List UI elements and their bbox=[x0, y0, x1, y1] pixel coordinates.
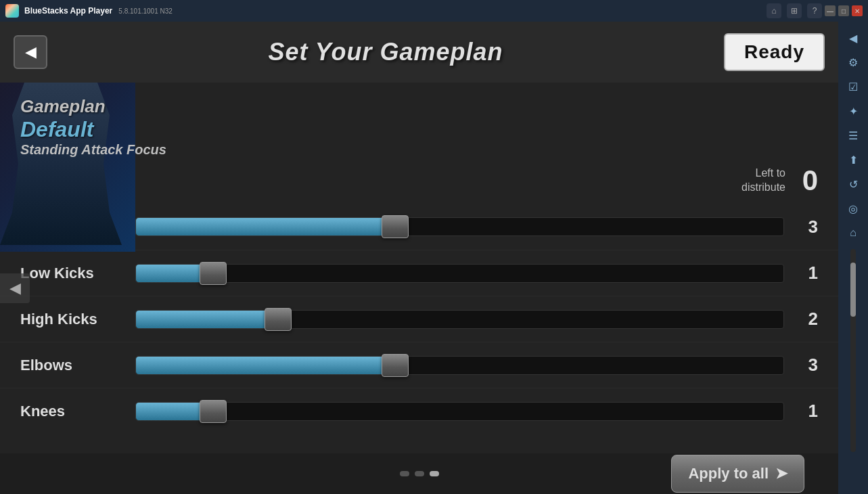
slider-thumb-0[interactable] bbox=[382, 215, 409, 238]
slider-value-2: 2 bbox=[798, 309, 818, 330]
ready-button[interactable]: Ready bbox=[724, 33, 825, 71]
page-dot-2[interactable] bbox=[430, 471, 439, 476]
slider-track-container-1[interactable] bbox=[135, 261, 784, 286]
help-icon[interactable]: ? bbox=[807, 3, 822, 18]
slider-track-2 bbox=[135, 310, 784, 329]
slider-thumb-3[interactable] bbox=[382, 354, 409, 377]
sidebar-icon-0[interactable]: ⌂ bbox=[842, 222, 864, 244]
close-button[interactable]: ✕ bbox=[852, 5, 863, 16]
title-bar: BlueStacks App Player 5.8.101.1001 N32 ⌂… bbox=[0, 0, 868, 22]
slider-track-1 bbox=[135, 264, 784, 283]
sidebar-icon-1[interactable]: ◎ bbox=[842, 198, 864, 219]
sidebar-icon-6[interactable]: ☑ bbox=[842, 76, 864, 97]
slider-fill-2 bbox=[136, 311, 279, 328]
sidebar-icon-3[interactable]: ⬆ bbox=[842, 149, 864, 171]
right-sidebar: ◀⚙☑✦☰⬆↺◎⌂ bbox=[838, 22, 868, 494]
scrollbar-thumb bbox=[850, 263, 856, 317]
apply-to-all-button[interactable]: Apply to all ➤ bbox=[671, 455, 804, 493]
sidebar-icon-5[interactable]: ✦ bbox=[842, 100, 864, 122]
slider-row-knees: Knees1 bbox=[0, 388, 838, 434]
slider-track-container-4[interactable] bbox=[135, 399, 784, 424]
slider-value-1: 1 bbox=[798, 263, 818, 284]
slider-track-3 bbox=[135, 356, 784, 375]
slider-track-0 bbox=[135, 217, 784, 236]
gameplan-info: Gameplan Default Standing Attack Focus bbox=[0, 83, 838, 164]
page-dot-0[interactable] bbox=[400, 471, 409, 476]
app-logo bbox=[5, 4, 19, 18]
slider-value-3: 3 bbox=[798, 355, 818, 376]
sidebar-icon-8[interactable]: ◀ bbox=[842, 27, 864, 49]
attack-focus: Standing Attack Focus bbox=[20, 142, 818, 158]
slider-fill-3 bbox=[136, 357, 395, 374]
gameplan-label: Gameplan bbox=[20, 96, 818, 117]
slider-thumb-2[interactable] bbox=[265, 308, 292, 331]
slider-thumb-4[interactable] bbox=[200, 400, 227, 423]
sidebar-icon-4[interactable]: ☰ bbox=[842, 125, 864, 146]
game-header: ◀ Set Your Gameplan Ready bbox=[0, 22, 838, 83]
slider-track-container-3[interactable] bbox=[135, 353, 784, 378]
apply-label: Apply to all bbox=[688, 465, 769, 482]
back-button[interactable]: ◀ bbox=[14, 35, 47, 69]
distribution-value: 0 bbox=[791, 164, 818, 197]
slider-row-high-kicks: High Kicks2 bbox=[0, 296, 838, 342]
slider-thumb-1[interactable] bbox=[200, 262, 227, 285]
game-content: ◀ Gameplan Default Standing Attack Focus… bbox=[0, 83, 838, 494]
sidebar-icon-2[interactable]: ↺ bbox=[842, 173, 864, 195]
app-version: 5.8.101.1001 N32 bbox=[118, 7, 173, 15]
apply-icon: ➤ bbox=[775, 465, 787, 482]
title-nav: ⌂ ⊞ bbox=[767, 3, 802, 18]
slider-value-4: 1 bbox=[798, 401, 818, 422]
page-title: Set Your Gameplan bbox=[268, 38, 503, 66]
slider-fill-0 bbox=[136, 218, 395, 235]
window-controls: ? — □ ✕ bbox=[807, 3, 863, 18]
page-dots bbox=[284, 471, 555, 476]
grid-nav-icon[interactable]: ⊞ bbox=[787, 3, 802, 18]
sidebar-scrollbar[interactable] bbox=[850, 249, 856, 452]
main-container: ◀ Set Your Gameplan Ready ◀ Gameplan Def… bbox=[0, 22, 868, 494]
slider-label-2: High Kicks bbox=[20, 311, 122, 328]
app-info: BlueStacks App Player 5.8.101.1001 N32 bbox=[24, 6, 756, 16]
slider-track-container-0[interactable] bbox=[135, 215, 784, 239]
slider-track-4 bbox=[135, 402, 784, 421]
slider-label-1: Low Kicks bbox=[20, 265, 122, 282]
slider-label-4: Knees bbox=[20, 403, 122, 420]
minimize-button[interactable]: — bbox=[825, 5, 836, 16]
sidebar-icon-7[interactable]: ⚙ bbox=[842, 51, 864, 73]
app-name: BlueStacks App Player bbox=[24, 6, 112, 16]
distribution-label: Left todistribute bbox=[741, 166, 785, 195]
slider-label-3: Elbows bbox=[20, 357, 122, 374]
bottom-bar: Apply to all ➤ bbox=[0, 453, 838, 494]
slider-track-container-2[interactable] bbox=[135, 307, 784, 332]
slider-row-elbows: Elbows3 bbox=[0, 342, 838, 388]
game-area: ◀ Set Your Gameplan Ready ◀ Gameplan Def… bbox=[0, 22, 838, 494]
slider-row-low-kicks: Low Kicks1 bbox=[0, 250, 838, 296]
home-nav-icon[interactable]: ⌂ bbox=[767, 3, 781, 18]
left-nav-arrow[interactable]: ◀ bbox=[0, 273, 30, 303]
gameplan-name: Default bbox=[20, 117, 818, 142]
page-dot-1[interactable] bbox=[415, 471, 424, 476]
slider-value-0: 3 bbox=[798, 217, 818, 238]
maximize-button[interactable]: □ bbox=[838, 5, 849, 16]
